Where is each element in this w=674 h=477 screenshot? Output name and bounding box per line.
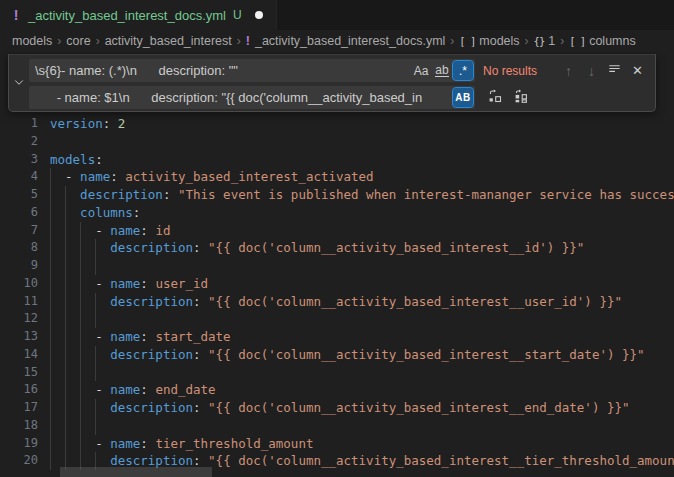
code-line[interactable]: 13 - name: start_date xyxy=(0,328,674,346)
line-number: 14 xyxy=(0,346,38,364)
arrow-up-icon: ↑ xyxy=(565,63,572,79)
line-number: 7 xyxy=(0,222,38,240)
code-line[interactable]: 18 xyxy=(0,417,674,435)
code-token: "{{ doc('column__activity_based_interest… xyxy=(208,347,645,362)
code-token: : xyxy=(110,169,125,184)
indent-guide xyxy=(95,310,96,328)
indent-guide xyxy=(50,293,51,311)
code-token: : xyxy=(140,276,155,291)
code-token: : xyxy=(95,152,103,167)
next-match-button[interactable]: ↓ xyxy=(580,60,603,82)
indent-guide xyxy=(50,275,51,293)
indent-guide xyxy=(50,204,51,222)
breadcrumb-item-models[interactable]: models xyxy=(12,34,52,48)
previous-match-button[interactable]: ↑ xyxy=(557,60,580,82)
indent-guide xyxy=(50,328,51,346)
indent-guide xyxy=(80,435,81,453)
line-content: description: "This event is published wh… xyxy=(50,186,674,204)
line-content xyxy=(50,133,674,151)
line-content: - name: activity_based_interest_activate… xyxy=(50,168,674,186)
indent-guide xyxy=(95,293,96,311)
breadcrumb-item-models[interactable]: [ ]models xyxy=(459,34,519,48)
code-line[interactable]: 9 xyxy=(0,257,674,275)
breadcrumb-separator-icon: › xyxy=(96,34,100,48)
line-number: 11 xyxy=(0,293,38,311)
code-token: - xyxy=(50,169,80,184)
indent-guide xyxy=(65,417,66,435)
modified-dot-icon[interactable] xyxy=(255,11,263,19)
code-line[interactable]: 3models: xyxy=(0,151,674,169)
breadcrumb-separator-icon: › xyxy=(525,34,529,48)
preserve-case-button[interactable]: AB xyxy=(453,88,473,107)
code-line[interactable]: 5 description: "This event is published … xyxy=(0,186,674,204)
yaml-file-icon: ! xyxy=(10,7,22,23)
code-line[interactable]: 8 description: "{{ doc('column__activity… xyxy=(0,239,674,257)
find-results-count: No results xyxy=(483,64,549,78)
tab-active[interactable]: ! _activity_based_interest_docs.yml U xyxy=(0,0,277,30)
replace-all-icon xyxy=(513,88,529,108)
indent-guide xyxy=(65,435,66,453)
breadcrumb: models›core›activity_based_interest›!_ac… xyxy=(0,30,674,52)
replace-input[interactable]: - name: $1\n description: "{{ doc('colum… xyxy=(29,86,475,109)
code-token: 2 xyxy=(118,116,126,131)
code-line[interactable]: 7 - name: id xyxy=(0,222,674,240)
breadcrumb-item-core[interactable]: core xyxy=(66,34,90,48)
code-token: : xyxy=(193,294,208,309)
code-line[interactable]: 19 - name: tier_threshold_amount xyxy=(0,435,674,453)
breadcrumb-item-1[interactable]: {}1 xyxy=(534,34,556,48)
code-token: name xyxy=(110,329,140,344)
code-token: description xyxy=(110,453,193,468)
indent-guide xyxy=(80,275,81,293)
code-line[interactable]: 1version: 2 xyxy=(0,115,674,133)
breadcrumb-item-columns[interactable]: [ ]columns xyxy=(569,34,636,48)
code-area[interactable]: 1version: 223models:4 - name: activity_b… xyxy=(0,115,674,470)
find-input[interactable]: \s{6}- name: (.*)\n description: "" Aa a… xyxy=(29,59,475,82)
indent-guide xyxy=(80,222,81,240)
symbol-object-icon: {} xyxy=(534,35,545,47)
find-in-selection-button[interactable] xyxy=(603,60,626,82)
code-token: tier_threshold_amount xyxy=(155,436,313,451)
indent-guide xyxy=(95,364,96,382)
code-token: name xyxy=(110,382,140,397)
indent-guide xyxy=(95,239,96,257)
replace-button[interactable] xyxy=(483,87,506,109)
code-token: version xyxy=(50,116,103,131)
match-case-button[interactable]: Aa xyxy=(411,61,431,80)
breadcrumb-label: activity_based_interest xyxy=(105,34,232,48)
code-token: "This event is published when interest-m… xyxy=(178,187,674,202)
line-number: 10 xyxy=(0,275,38,293)
line-content xyxy=(50,257,674,275)
code-line[interactable]: 6 columns: xyxy=(0,204,674,222)
indent-guide xyxy=(65,364,66,382)
regex-button[interactable]: .* xyxy=(453,61,473,80)
breadcrumb-item-activity_based_interest[interactable]: activity_based_interest xyxy=(105,34,232,48)
indent-guide xyxy=(65,381,66,399)
indent-guide xyxy=(80,381,81,399)
indent-guide xyxy=(65,204,66,222)
breadcrumb-item-_activity_based_interest_docs.yml[interactable]: !_activity_based_interest_docs.yml xyxy=(246,34,446,48)
replace-all-button[interactable] xyxy=(509,87,532,109)
whole-word-button[interactable]: ab xyxy=(432,61,452,80)
code-line[interactable]: 16 - name: end_date xyxy=(0,381,674,399)
horizontal-scrollbar-thumb[interactable] xyxy=(60,467,212,477)
line-number: 15 xyxy=(0,364,38,382)
indent-guide xyxy=(65,328,66,346)
code-line[interactable]: 15 xyxy=(0,364,674,382)
code-token: description xyxy=(110,400,193,415)
code-line[interactable]: 17 description: "{{ doc('column__activit… xyxy=(0,399,674,417)
editor[interactable]: \s{6}- name: (.*)\n description: "" Aa a… xyxy=(0,52,674,477)
code-line[interactable]: 14 description: "{{ doc('column__activit… xyxy=(0,346,674,364)
code-line[interactable]: 4 - name: activity_based_interest_activa… xyxy=(0,168,674,186)
indent-guide xyxy=(50,346,51,364)
chevron-down-icon xyxy=(13,74,25,92)
line-content: - name: start_date xyxy=(50,328,674,346)
tab-filename: _activity_based_interest_docs.yml xyxy=(28,8,226,23)
code-token: : xyxy=(140,329,155,344)
close-find-widget-button[interactable]: ✕ xyxy=(626,60,649,82)
code-line[interactable]: 2 xyxy=(0,133,674,151)
code-line[interactable]: 12 xyxy=(0,310,674,328)
line-content: description: "{{ doc('column__activity_b… xyxy=(50,346,674,364)
code-line[interactable]: 11 description: "{{ doc('column__activit… xyxy=(0,293,674,311)
toggle-replace-button[interactable] xyxy=(9,55,29,111)
code-line[interactable]: 10 - name: user_id xyxy=(0,275,674,293)
